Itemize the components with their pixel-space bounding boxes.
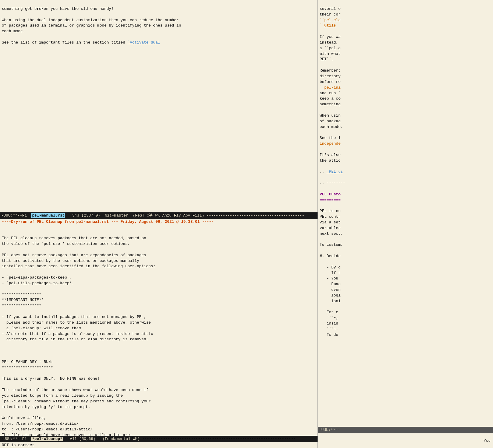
right-body: several e their cor ``pel-cle ``utils If… — [320, 7, 345, 337]
body-content: The PEL cleanup removes packages that ar… — [2, 236, 162, 435]
you-label: You — [484, 438, 491, 443]
left-body-text[interactable]: The PEL cleanup removes packages that ar… — [0, 225, 318, 436]
right-equals: ========= — [320, 198, 341, 202]
right-pel-custo-header: PEL Custo — [320, 192, 341, 197]
dry-run-header: ----Dry-run of PEL Cleanup from pel-manu… — [0, 219, 318, 225]
left-bottom-mode-line: -UUU:**--F1 *pel-cleanup* All (50,69) (F… — [0, 436, 318, 442]
left-mode-filename: pel-manual.rst — [31, 213, 65, 218]
emacs-screen: something got broken you have the old on… — [0, 0, 493, 448]
main-content: something got broken you have the old on… — [0, 0, 493, 448]
left-pane: something got broken you have the old on… — [0, 0, 318, 448]
right-pel-init: ``pel-ini — [320, 85, 341, 90]
right-utils: ``utils — [320, 23, 336, 28]
right-mode-line: -UUU:**-- — [318, 427, 493, 433]
right-pel-cle: ``pel-cle — [320, 18, 341, 22]
top-text: something got broken you have the old on… — [2, 7, 181, 45]
left-bottom-status: RET is correct — [0, 442, 318, 448]
left-text-content[interactable]: something got broken you have the old on… — [0, 0, 318, 212]
right-independent: independe — [320, 141, 341, 146]
right-bottom-bar: You — [318, 433, 493, 448]
right-pane: several e their cor ``pel-cle ``utils If… — [318, 0, 493, 448]
right-text-content[interactable]: several e their cor ``pel-cle ``utils If… — [318, 0, 493, 427]
link-activate-dual[interactable]: `Activate dual — [127, 40, 160, 45]
left-mode-line-top: -UUU:**--F1 pel-manual.rst 34% (2337,0) … — [0, 212, 318, 219]
right-pel-us-link[interactable]: _PEL us — [326, 169, 343, 174]
bottom-filename: *pel-cleanup* — [31, 437, 63, 441]
